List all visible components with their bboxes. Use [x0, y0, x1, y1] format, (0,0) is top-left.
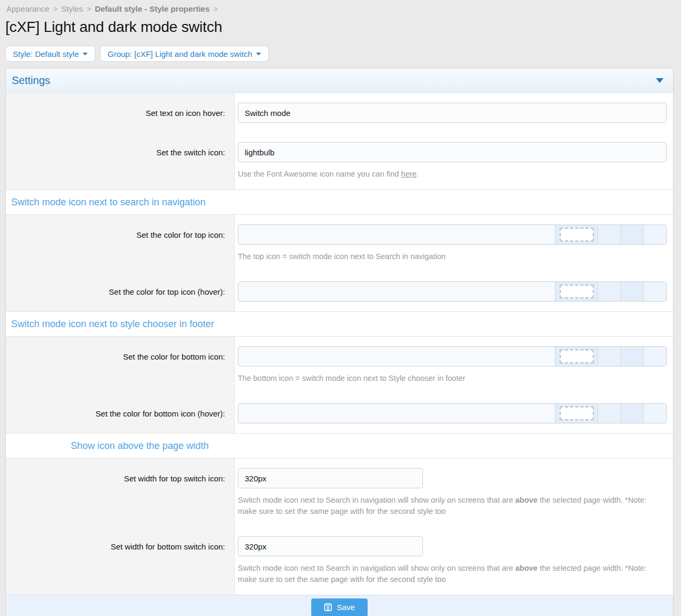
color-swatch-button[interactable]	[555, 225, 597, 244]
icon-hover-text-input[interactable]	[238, 103, 667, 123]
section-header-footer-icon: Switch mode icon next to style chooser i…	[6, 311, 673, 337]
top-icon-color-input[interactable]	[238, 225, 555, 244]
setting-label: Set the switch icon:	[156, 148, 225, 157]
color-palette-cell[interactable]	[620, 404, 643, 423]
setting-hint: The top icon = switch mode icon next to …	[238, 251, 667, 262]
breadcrumb-style-properties[interactable]: Default style - Style properties	[95, 4, 210, 13]
collapse-toggle-button[interactable]	[654, 76, 666, 85]
section-header-page-width: Show icon above the page width	[6, 433, 673, 459]
group-selector-label: Group: [cXF] Light and dark mode switch	[107, 49, 252, 59]
setting-label: Set width for top switch icon:	[124, 474, 225, 483]
panel-footer: Save	[6, 595, 673, 616]
breadcrumb: Appearance>Styles>Default style - Style …	[5, 0, 674, 14]
setting-row-top-width: Set width for top switch icon: Switch mo…	[6, 459, 673, 527]
color-picker-addon	[555, 225, 666, 244]
setting-row-bottom-color-hover: Set the color for bottom icon (hover):	[6, 394, 673, 433]
bottom-icon-hover-color-input[interactable]	[238, 404, 555, 423]
color-picker-group	[238, 224, 667, 245]
color-picker-addon	[555, 404, 666, 423]
color-palette-cell[interactable]	[597, 404, 620, 423]
empty-color-swatch	[560, 406, 594, 420]
color-palette-cell[interactable]	[620, 347, 643, 366]
settings-panel-title: Settings	[12, 74, 50, 87]
setting-row-bottom-color: Set the color for bottom icon: The botto…	[6, 337, 673, 394]
color-palette-cell[interactable]	[597, 282, 620, 301]
section-header-nav-icon: Switch mode icon next to search in navig…	[6, 189, 673, 215]
style-selector-label: Style: Default style	[13, 49, 79, 59]
color-palette-cell[interactable]	[643, 404, 666, 423]
color-palette-cell[interactable]	[643, 347, 666, 366]
setting-label: Set the color for top icon:	[136, 230, 225, 239]
breadcrumb-appearance[interactable]: Appearance	[6, 4, 49, 13]
setting-label: Set text on icon hover:	[146, 109, 225, 118]
color-picker-group	[238, 281, 667, 302]
save-button[interactable]: Save	[311, 598, 368, 616]
save-icon	[324, 603, 332, 611]
group-selector-button[interactable]: Group: [cXF] Light and dark mode switch	[100, 46, 269, 62]
empty-color-swatch	[560, 228, 594, 242]
color-palette-cell[interactable]	[643, 282, 666, 301]
switch-icon-input[interactable]	[238, 142, 667, 162]
save-button-label: Save	[337, 603, 355, 612]
bottom-icon-color-input[interactable]	[238, 347, 555, 366]
setting-label: Set width for bottom switch icon:	[111, 542, 225, 551]
color-palette-cell[interactable]	[597, 225, 620, 244]
settings-panel-header: Settings	[6, 69, 673, 93]
style-properties-page: Appearance>Styles>Default style - Style …	[0, 0, 681, 616]
breadcrumb-separator: >	[87, 5, 91, 13]
color-palette-cell[interactable]	[620, 225, 643, 244]
breadcrumb-styles[interactable]: Styles	[61, 4, 83, 13]
caret-down-icon	[82, 53, 88, 55]
style-selector-button[interactable]: Style: Default style	[5, 46, 95, 62]
setting-row-switch-icon: Set the switch icon: Use the Font Awesom…	[6, 132, 673, 189]
bottom-width-input[interactable]	[238, 536, 423, 556]
font-awesome-link[interactable]: here	[401, 170, 417, 178]
page-title: [cXF] Light and dark mode switch	[5, 19, 674, 36]
color-picker-group	[238, 346, 667, 367]
color-palette-cell[interactable]	[620, 282, 643, 301]
color-picker-addon	[555, 347, 666, 366]
setting-row-bottom-width: Set width for bottom switch icon: Switch…	[6, 527, 673, 595]
color-picker-group	[238, 403, 667, 423]
selector-bar: Style: Default style Group: [cXF] Light …	[5, 46, 674, 62]
setting-label: Set the color for bottom icon (hover):	[96, 409, 225, 418]
setting-label: Set the color for top icon (hover):	[109, 287, 225, 296]
chevron-down-icon	[656, 78, 663, 83]
color-palette-cell[interactable]	[643, 225, 666, 244]
color-swatch-button[interactable]	[555, 347, 597, 366]
color-palette-cell[interactable]	[597, 347, 620, 366]
setting-row-top-color: Set the color for top icon: The top icon…	[6, 215, 673, 272]
empty-color-swatch	[560, 349, 594, 363]
color-swatch-button[interactable]	[555, 404, 597, 423]
empty-color-swatch	[560, 285, 594, 298]
setting-hint: The bottom icon = switch mode icon next …	[238, 373, 667, 384]
top-width-input[interactable]	[238, 468, 423, 488]
breadcrumb-separator: >	[213, 5, 218, 13]
setting-label: Set the color for bottom icon:	[123, 352, 225, 361]
color-picker-addon	[555, 282, 666, 301]
breadcrumb-separator: >	[53, 5, 57, 13]
setting-hint: Switch mode icon next to Search in navig…	[238, 495, 667, 517]
color-swatch-button[interactable]	[555, 282, 597, 301]
setting-hint: Use the Font Awesome icon name you can f…	[238, 169, 667, 180]
settings-panel: Settings Set text on icon hover: Set the…	[5, 68, 674, 616]
setting-hint: Switch mode icon next to Search in navig…	[238, 563, 667, 585]
setting-row-icon-hover-text: Set text on icon hover:	[6, 93, 673, 132]
caret-down-icon	[256, 53, 261, 55]
setting-row-top-color-hover: Set the color for top icon (hover):	[6, 272, 673, 311]
top-icon-hover-color-input[interactable]	[238, 282, 555, 301]
